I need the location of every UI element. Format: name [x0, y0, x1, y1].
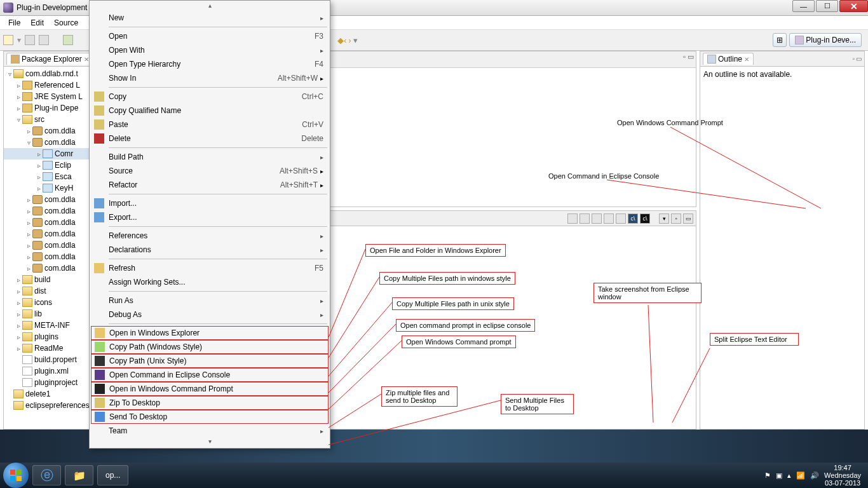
menu-item[interactable]: OpenF3: [91, 29, 329, 43]
save-icon[interactable]: [25, 35, 35, 45]
menu-item[interactable]: Assign Working Sets...: [91, 275, 329, 289]
menu-item[interactable]: Debug As▸: [91, 308, 329, 322]
outline-icon: [707, 55, 716, 64]
menu-item[interactable]: Zip To Desktop: [91, 396, 329, 410]
view-menu-icon[interactable]: ▾: [659, 214, 669, 224]
annotation: Split Eclipse Text Editor: [710, 333, 799, 346]
maximize-icon[interactable]: ▭: [688, 53, 694, 61]
menu-item[interactable]: Show InAlt+Shift+W▸: [91, 71, 329, 85]
fwd-icon[interactable]: ›: [348, 36, 351, 45]
system-tray[interactable]: ⚑ ▣ ▴ 📶 🔊 19:47 Wednesday 03-07-2013: [764, 464, 865, 487]
plugin-icon: [795, 36, 804, 44]
maximize-icon[interactable]: ▭: [683, 214, 693, 224]
menu-item[interactable]: Team▸: [91, 424, 329, 438]
folder-icon: 📁: [73, 470, 86, 482]
menu-item[interactable]: Send To Desktop: [91, 410, 329, 424]
menu-item[interactable]: DeleteDelete: [91, 132, 329, 146]
close-icon[interactable]: ✕: [84, 56, 89, 63]
menu-item[interactable]: Open Command in Eclipse Console: [91, 368, 329, 382]
save-all-icon[interactable]: [39, 35, 49, 45]
annotation: Copy Multiple Files path in unix style: [392, 297, 514, 310]
menu-source[interactable]: Source: [49, 18, 83, 27]
console-prompt-icon[interactable]: c\: [640, 214, 650, 224]
debug-icon[interactable]: [63, 35, 73, 45]
back-icon[interactable]: ◆‹: [337, 36, 346, 45]
menu-item[interactable]: Export...: [91, 210, 329, 224]
eclipse-icon: [3, 3, 13, 13]
ie-icon: ⓔ: [41, 467, 53, 484]
flag-icon[interactable]: ⚑: [764, 471, 771, 480]
annotation: Zip multiple files and send to Desktop: [381, 386, 458, 407]
annotation: Take screenshot from Eclipse window: [593, 283, 702, 303]
sound-icon[interactable]: 🔊: [810, 471, 819, 480]
taskbar-explorer[interactable]: 📁: [65, 465, 93, 485]
menu-item[interactable]: Build Path▸: [91, 150, 329, 164]
console-btn-3[interactable]: [592, 214, 602, 224]
annotation: Open command prompt in eclipse console: [396, 319, 535, 332]
annotation: Copy Multiple Files path in windows styl…: [379, 272, 515, 285]
menu-item[interactable]: Import...: [91, 196, 329, 210]
menu-edit[interactable]: Edit: [25, 18, 49, 27]
minimize-button[interactable]: —: [792, 0, 815, 12]
menu-item[interactable]: New▸: [91, 11, 329, 25]
console-btn-1[interactable]: [567, 214, 578, 224]
network-icon[interactable]: 📶: [796, 471, 805, 480]
windows-taskbar[interactable]: ⓔ 📁 op... ⚑ ▣ ▴ 📶 🔊 19:47 Wednesday 03-0…: [0, 463, 868, 488]
menu-item[interactable]: CopyCtrl+C: [91, 90, 329, 104]
menu-file[interactable]: File: [3, 18, 25, 27]
menu-item[interactable]: PasteCtrl+V: [91, 118, 329, 132]
annotation: Open File and Folder in Windows Explorer: [365, 244, 506, 257]
svg-rect-14: [17, 476, 22, 481]
package-icon: [11, 55, 20, 64]
menu-item[interactable]: References▸: [91, 229, 329, 243]
annotation: Open Windows Command Prompt: [613, 117, 727, 128]
taskbar-quick-access[interactable]: op...: [97, 465, 128, 485]
menu-item[interactable]: RefreshF5: [91, 261, 329, 275]
outline-tab[interactable]: Outline ✕: [703, 53, 754, 65]
menu-item[interactable]: Open in Windows Explorer: [91, 326, 329, 340]
close-button[interactable]: ✕: [839, 0, 868, 12]
svg-rect-12: [17, 470, 22, 475]
console-btn-4[interactable]: [604, 214, 614, 224]
menu-item[interactable]: Copy Path (Windows Style): [91, 340, 329, 354]
menu-item[interactable]: Open in Windows Command Prompt: [91, 382, 329, 396]
menu-item[interactable]: Open With▸: [91, 43, 329, 57]
menu-item[interactable]: SourceAlt+Shift+S▸: [91, 164, 329, 178]
start-button[interactable]: [3, 463, 29, 488]
close-icon[interactable]: ✕: [744, 56, 749, 63]
context-menu[interactable]: ▴New▸OpenF3Open With▸Open Type Hierarchy…: [89, 0, 330, 449]
action-center-icon[interactable]: ▣: [776, 471, 782, 480]
outline-view: Outline ✕ ▫▭ An outline is not available…: [700, 51, 865, 430]
console-cmd-icon[interactable]: c\: [628, 214, 638, 224]
svg-rect-11: [10, 470, 15, 475]
annotation: Send Multiple Files to Desktop: [501, 394, 574, 414]
svg-rect-13: [10, 476, 15, 481]
new-icon[interactable]: [3, 35, 13, 45]
minimize-icon[interactable]: ▫: [671, 214, 681, 224]
console-btn-2[interactable]: [580, 214, 590, 224]
menu-item[interactable]: Run As▸: [91, 294, 329, 308]
annotation: Open Command in Eclipse Console: [545, 170, 663, 182]
nav-icon[interactable]: ▾: [353, 36, 358, 45]
tray-up-icon[interactable]: ▴: [787, 471, 791, 480]
clock[interactable]: 19:47 Wednesday 03-07-2013: [824, 464, 861, 487]
taskbar-ie[interactable]: ⓔ: [32, 465, 61, 485]
perspective-button[interactable]: Plug-in Deve...: [789, 33, 862, 47]
menu-item[interactable]: Declarations▸: [91, 243, 329, 257]
open-perspective-button[interactable]: ⊞: [773, 33, 787, 47]
menu-item[interactable]: Copy Path (Unix Style): [91, 354, 329, 368]
menu-item[interactable]: Open Type HierarchyF4: [91, 57, 329, 71]
window-title: Plug-in Development: [17, 3, 87, 12]
menu-item[interactable]: Copy Qualified Name: [91, 104, 329, 118]
console-btn-5[interactable]: [616, 214, 626, 224]
annotation: Open Windows Command prompt: [402, 336, 516, 348]
package-explorer-tab[interactable]: Package Explorer ✕: [6, 53, 93, 65]
maximize-button[interactable]: ☐: [816, 0, 838, 12]
outline-message: An outline is not available.: [700, 67, 864, 82]
menu-item[interactable]: RefactorAlt+Shift+T▸: [91, 178, 329, 192]
minimize-icon[interactable]: ▫: [683, 53, 686, 61]
